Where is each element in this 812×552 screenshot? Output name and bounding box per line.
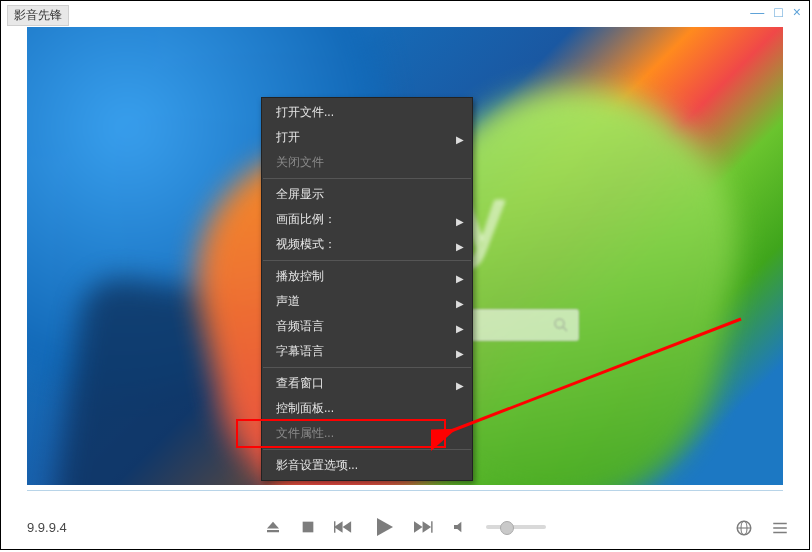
submenu-arrow-icon: ▶	[456, 377, 464, 394]
svg-rect-18	[773, 523, 787, 525]
context-menu[interactable]: 打开文件...打开▶关闭文件全屏显示画面比例：▶视频模式：▶播放控制▶声道▶音频…	[261, 97, 473, 481]
submenu-arrow-icon: ▶	[456, 270, 464, 287]
svg-point-0	[555, 319, 564, 328]
search-icon	[552, 316, 570, 334]
window-title: 影音先锋	[7, 5, 69, 26]
minimize-button[interactable]: —	[750, 5, 764, 19]
volume-slider[interactable]	[486, 525, 546, 529]
svg-rect-19	[773, 527, 787, 529]
menu-item[interactable]: 打开文件...	[262, 100, 472, 125]
submenu-arrow-icon: ▶	[456, 213, 464, 230]
svg-rect-9	[334, 521, 335, 532]
playlist-button[interactable]	[771, 519, 789, 537]
close-button[interactable]: ×	[793, 5, 801, 19]
svg-marker-10	[377, 518, 393, 536]
stop-button[interactable]	[300, 519, 316, 535]
svg-marker-11	[414, 521, 423, 532]
app-window: 影音先锋 — □ × ay 打开文件...打开▶关闭文件全屏显示画面比例：▶视频…	[0, 0, 810, 550]
menu-item[interactable]: 打开▶	[262, 125, 472, 150]
svg-rect-5	[267, 530, 279, 532]
submenu-arrow-icon: ▶	[456, 131, 464, 148]
play-button[interactable]	[372, 515, 396, 539]
maximize-button[interactable]: □	[774, 5, 782, 19]
svg-line-1	[563, 327, 567, 331]
menu-item[interactable]: 控制面板...	[262, 396, 472, 421]
seek-bar[interactable]	[27, 490, 783, 491]
bottom-bar: 9.9.9.4	[1, 505, 809, 549]
eject-button[interactable]	[264, 518, 282, 536]
mute-button[interactable]	[452, 519, 468, 535]
svg-rect-20	[773, 532, 787, 534]
titlebar: 影音先锋	[7, 5, 69, 25]
submenu-arrow-icon: ▶	[456, 320, 464, 337]
svg-marker-4	[267, 522, 279, 529]
menu-separator	[263, 260, 471, 261]
next-button[interactable]	[414, 519, 434, 535]
menu-item: 文件属性...	[262, 421, 472, 446]
network-button[interactable]	[735, 519, 753, 537]
menu-item[interactable]: 字幕语言▶	[262, 339, 472, 364]
svg-rect-13	[431, 521, 432, 532]
menu-item[interactable]: 画面比例：▶	[262, 207, 472, 232]
menu-item[interactable]: 声道▶	[262, 289, 472, 314]
svg-marker-7	[343, 521, 352, 532]
menu-item[interactable]: 查看窗口▶	[262, 371, 472, 396]
playback-controls	[264, 515, 546, 539]
menu-item[interactable]: 影音设置选项...	[262, 453, 472, 478]
menu-separator	[263, 367, 471, 368]
video-area[interactable]: ay 打开文件...打开▶关闭文件全屏显示画面比例：▶视频模式：▶播放控制▶声道…	[27, 27, 783, 485]
menu-item: 关闭文件	[262, 150, 472, 175]
svg-marker-12	[423, 521, 432, 532]
menu-item[interactable]: 视频模式：▶	[262, 232, 472, 257]
version-label: 9.9.9.4	[27, 520, 67, 535]
submenu-arrow-icon: ▶	[456, 295, 464, 312]
window-controls: — □ ×	[750, 5, 801, 19]
menu-separator	[263, 178, 471, 179]
svg-rect-6	[303, 522, 314, 533]
svg-marker-14	[454, 522, 461, 533]
submenu-arrow-icon: ▶	[456, 345, 464, 362]
previous-button[interactable]	[334, 519, 354, 535]
menu-item[interactable]: 音频语言▶	[262, 314, 472, 339]
menu-item[interactable]: 全屏显示	[262, 182, 472, 207]
menu-separator	[263, 449, 471, 450]
right-controls	[735, 519, 789, 537]
submenu-arrow-icon: ▶	[456, 238, 464, 255]
menu-item[interactable]: 播放控制▶	[262, 264, 472, 289]
